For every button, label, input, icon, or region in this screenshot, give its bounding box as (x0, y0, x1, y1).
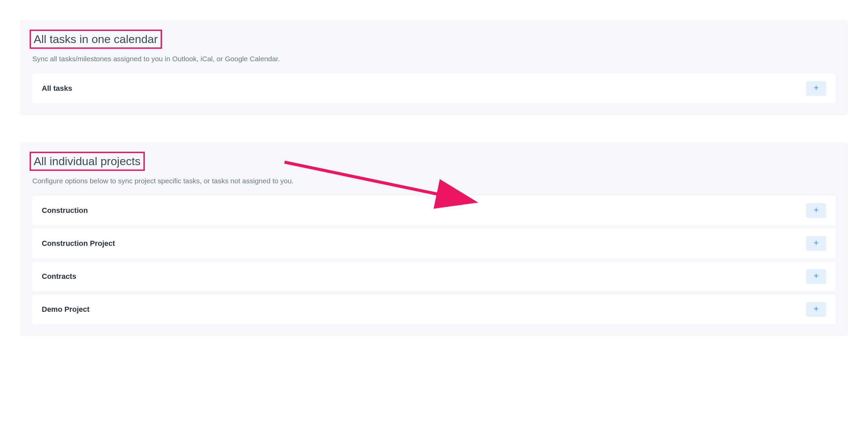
plus-icon (813, 272, 819, 280)
row-contracts-label: Contracts (42, 272, 76, 281)
section-individual-projects-title: All individual projects (30, 152, 145, 171)
add-button-construction[interactable] (806, 203, 826, 218)
section-all-tasks-title: All tasks in one calendar (30, 30, 162, 49)
row-all-tasks-label: All tasks (42, 84, 72, 93)
row-construction[interactable]: Construction (32, 196, 836, 225)
row-demo-project[interactable]: Demo Project (32, 295, 836, 324)
row-contracts[interactable]: Contracts (32, 262, 836, 291)
row-demo-project-label: Demo Project (42, 305, 90, 314)
row-construction-project-label: Construction Project (42, 239, 115, 248)
section-individual-projects-subtitle: Configure options below to sync project … (32, 177, 836, 185)
page-container: All tasks in one calendar Sync all tasks… (0, 0, 868, 356)
add-button-construction-project[interactable] (806, 236, 826, 251)
row-construction-label: Construction (42, 206, 88, 215)
row-all-tasks[interactable]: All tasks (32, 74, 836, 103)
section-all-tasks-subtitle: Sync all tasks/milestones assigned to yo… (32, 55, 836, 63)
plus-icon (813, 305, 819, 313)
add-button-contracts[interactable] (806, 269, 826, 284)
plus-icon (813, 207, 819, 214)
plus-icon (813, 239, 819, 247)
section-all-tasks: All tasks in one calendar Sync all tasks… (20, 20, 848, 115)
add-button-demo-project[interactable] (806, 302, 826, 317)
plus-icon (813, 84, 819, 92)
section-individual-projects: All individual projects Configure option… (20, 142, 848, 336)
row-construction-project[interactable]: Construction Project (32, 229, 836, 258)
add-button-all-tasks[interactable] (806, 81, 826, 96)
